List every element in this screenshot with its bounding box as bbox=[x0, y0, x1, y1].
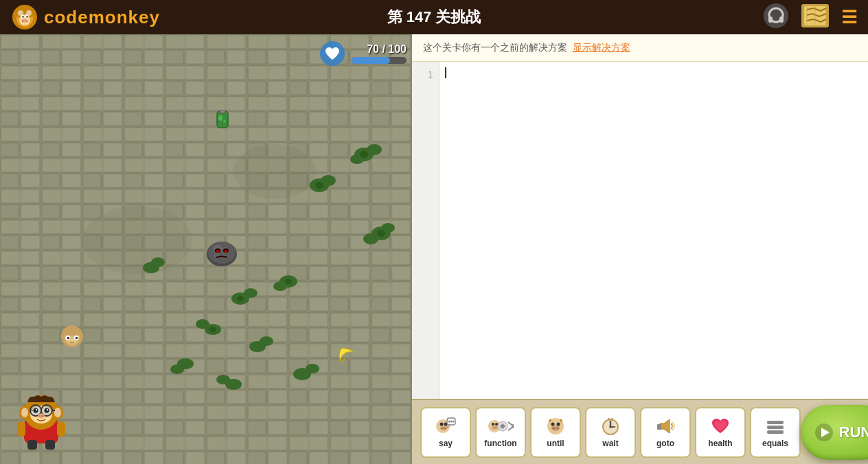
svg-point-127 bbox=[492, 426, 498, 429]
logo[interactable]: CODEmonkey bbox=[11, 3, 160, 31]
player-character bbox=[14, 388, 69, 450]
svg-point-67 bbox=[237, 296, 244, 301]
run-label: RUN! bbox=[839, 424, 869, 441]
say-command-button[interactable]: say bbox=[420, 407, 471, 458]
svg-point-57 bbox=[170, 364, 184, 374]
svg-point-66 bbox=[377, 230, 385, 237]
notification-link[interactable]: 显示解决方案 bbox=[573, 42, 630, 53]
svg-rect-142 bbox=[608, 418, 610, 421]
health-cmd-icon bbox=[709, 417, 731, 436]
function-command-button[interactable]: function bbox=[475, 407, 526, 458]
svg-point-38 bbox=[218, 115, 222, 121]
map-button[interactable] bbox=[800, 3, 830, 32]
notification-text: 这个关卡你有一个之前的解决方案 bbox=[423, 42, 567, 53]
svg-point-136 bbox=[552, 427, 555, 428]
svg-point-69 bbox=[209, 327, 216, 332]
map-icon bbox=[800, 3, 830, 29]
potion-item bbox=[213, 110, 232, 129]
svg-point-13 bbox=[26, 21, 28, 22]
svg-point-63 bbox=[151, 257, 165, 267]
code-content[interactable] bbox=[439, 62, 868, 399]
svg-point-46 bbox=[363, 233, 378, 244]
svg-point-118 bbox=[442, 428, 444, 429]
svg-point-41 bbox=[367, 144, 382, 155]
banana-item bbox=[336, 347, 357, 364]
goto-icon bbox=[654, 417, 676, 436]
run-controls: RUN! bbox=[801, 405, 868, 460]
svg-point-55 bbox=[260, 336, 273, 346]
svg-point-10 bbox=[26, 16, 27, 17]
code-editor[interactable]: 1 bbox=[412, 62, 868, 399]
say-label: say bbox=[439, 439, 453, 448]
svg-rect-112 bbox=[27, 440, 37, 450]
svg-point-61 bbox=[306, 364, 319, 373]
svg-rect-143 bbox=[611, 418, 613, 421]
svg-point-51 bbox=[273, 281, 287, 291]
svg-rect-37 bbox=[220, 110, 225, 113]
cursor-line bbox=[445, 67, 868, 78]
menu-icon: ☰ bbox=[841, 7, 857, 27]
run-button[interactable]: RUN! bbox=[801, 405, 868, 460]
notification-message: 这个关卡你有一个之前的解决方案 显示解决方案 bbox=[423, 42, 630, 54]
health-icon bbox=[319, 40, 346, 67]
sloth-character bbox=[58, 323, 86, 350]
svg-rect-16 bbox=[768, 16, 773, 23]
health-info: 70 / 100 bbox=[352, 43, 407, 64]
svg-point-121 bbox=[448, 420, 450, 422]
function-icon bbox=[488, 417, 514, 436]
svg-point-115 bbox=[440, 422, 444, 426]
svg-point-39 bbox=[223, 120, 226, 123]
svg-point-12 bbox=[22, 21, 24, 22]
wait-icon bbox=[599, 417, 621, 436]
svg-point-103 bbox=[34, 408, 38, 413]
goto-label: goto bbox=[656, 439, 674, 448]
svg-rect-146 bbox=[767, 426, 784, 429]
svg-point-53 bbox=[196, 319, 209, 329]
svg-point-123 bbox=[453, 420, 455, 422]
main-content: 70 / 100 bbox=[0, 34, 868, 464]
equals-command-button[interactable]: equals bbox=[750, 407, 801, 458]
hud: 70 / 100 bbox=[319, 40, 407, 67]
svg-rect-111 bbox=[57, 421, 65, 437]
cursor bbox=[445, 67, 446, 78]
svg-point-59 bbox=[216, 375, 230, 384]
svg-point-49 bbox=[244, 288, 258, 298]
logo-monkey-icon bbox=[11, 3, 38, 31]
svg-point-108 bbox=[39, 415, 41, 417]
svg-point-104 bbox=[45, 408, 49, 413]
svg-rect-110 bbox=[17, 421, 25, 437]
svg-point-109 bbox=[42, 415, 44, 417]
headphones-button[interactable] bbox=[763, 3, 789, 32]
svg-point-133 bbox=[551, 422, 555, 426]
say-icon bbox=[435, 417, 457, 436]
play-icon bbox=[814, 423, 834, 442]
svg-point-14 bbox=[764, 3, 788, 28]
wait-command-button[interactable]: wait bbox=[585, 407, 636, 458]
equals-icon bbox=[764, 417, 786, 436]
health-label: health bbox=[708, 439, 732, 448]
right-panel: 这个关卡你有一个之前的解决方案 显示解决方案 × 1 bbox=[412, 34, 868, 464]
wait-label: wait bbox=[602, 439, 618, 448]
svg-point-79 bbox=[225, 250, 227, 253]
svg-rect-17 bbox=[779, 16, 784, 23]
svg-rect-144 bbox=[657, 424, 661, 430]
until-command-button[interactable]: until bbox=[530, 407, 581, 458]
action-bar: say functi bbox=[412, 399, 868, 464]
health-bar bbox=[352, 57, 390, 64]
header: CODEmonkey 第 147 关挑战 ☰ bbox=[0, 0, 868, 34]
svg-point-119 bbox=[444, 428, 446, 429]
goto-command-button[interactable]: goto bbox=[640, 407, 691, 458]
enemy-character bbox=[203, 233, 240, 271]
svg-point-134 bbox=[557, 422, 560, 426]
page-title: 第 147 关挑战 bbox=[387, 7, 481, 27]
svg-rect-145 bbox=[767, 421, 784, 424]
health-command-button[interactable]: health bbox=[695, 407, 746, 458]
svg-point-106 bbox=[47, 409, 48, 410]
svg-point-125 bbox=[492, 423, 494, 426]
svg-rect-113 bbox=[45, 440, 55, 450]
menu-button[interactable]: ☰ bbox=[841, 8, 857, 26]
until-icon bbox=[545, 417, 567, 436]
svg-point-71 bbox=[208, 242, 236, 264]
svg-point-68 bbox=[285, 279, 292, 284]
svg-point-87 bbox=[76, 337, 78, 340]
